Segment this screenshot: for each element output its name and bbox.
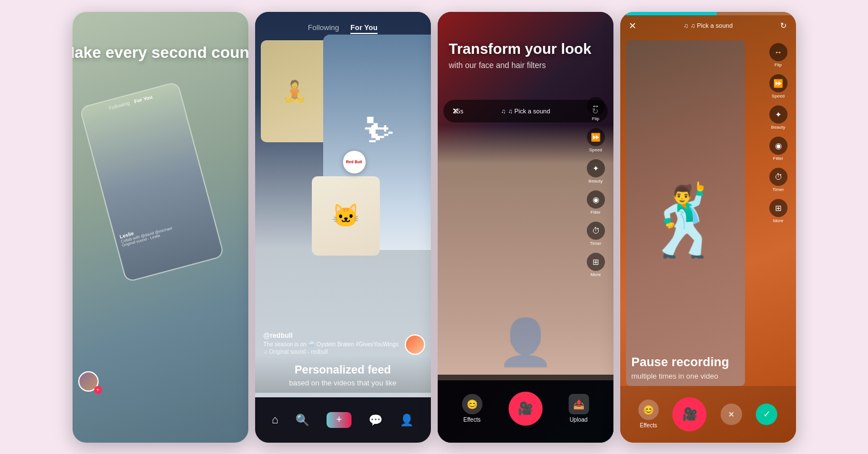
screen-4: ✕ ♫ ♫ Pick a sound ↻ ↔ Flip ⏩ Speed ✦ Be… [620, 12, 796, 443]
screen4-beauty-label: Beauty [771, 125, 785, 130]
screen4-control-more[interactable]: ⊞ More [769, 199, 787, 223]
screen3-bottom-bar: 😊 Effects 🎥 📤 Upload [438, 375, 613, 443]
screen4-refresh-icon[interactable]: ↻ [780, 21, 787, 30]
screen4-top-ui: ✕ ♫ ♫ Pick a sound ↻ [629, 20, 787, 31]
filter-label: Filter [591, 210, 601, 215]
screen3-subtitle: with our face and hair filters [449, 61, 602, 70]
inner-phone-mockup: Following For You Leslie Collab with @da… [79, 81, 225, 283]
beauty-icon: ✦ [587, 159, 605, 177]
screen4-control-timer[interactable]: ⏱ Timer [769, 168, 787, 192]
screen2-caption: The season is on 🌨️ Oystein Braten #Give… [264, 341, 400, 347]
nav-profile[interactable]: 👤 [400, 413, 414, 427]
app-showcase: Make every second count. Following For Y… [61, 1, 807, 454]
screen-1: Make every second count. Following For Y… [73, 12, 248, 443]
screen4-speed-label: Speed [772, 94, 785, 99]
progress-bar-bg [620, 12, 796, 15]
screen4-control-speed[interactable]: ⏩ Speed [769, 74, 787, 99]
screen4-bottom-text: Pause recording multiple times in one vi… [632, 355, 785, 380]
camera-icon: 🎥 [518, 401, 533, 416]
control-speed[interactable]: ⏩ Speed [587, 128, 605, 152]
yoga-image: 🧘 [261, 40, 329, 142]
control-more[interactable]: ⊞ More [587, 253, 605, 277]
nav-foryou[interactable]: For You [350, 23, 378, 34]
screen4-control-flip[interactable]: ↔ Flip [769, 43, 787, 67]
skier-figure: ⛷ [363, 111, 397, 150]
cat-image: 🐱 [312, 176, 380, 256]
screen4-filter-icon: ◉ [769, 137, 787, 155]
nav-inbox[interactable]: 💬 [369, 413, 383, 427]
screen3-top-text: Transform your look with our face and ha… [449, 40, 602, 70]
screen4-record-button[interactable]: 🎥 [672, 397, 706, 431]
screen4-sound-text: ♫ Pick a sound [691, 22, 732, 29]
screen2-bottom-nav: ⌂ 🔍 + 💬 👤 [255, 397, 431, 443]
nav-following[interactable]: Following [308, 23, 339, 34]
screen4-camera-icon: 🎥 [682, 407, 697, 422]
screen4-person-area: 🕺 [626, 40, 745, 386]
control-flip[interactable]: ↔ Flip [587, 97, 605, 121]
cat-emoji: 🐱 [332, 202, 360, 229]
progress-bar-fill [620, 12, 717, 15]
record-button[interactable]: 🎥 [509, 392, 543, 426]
music-icon: ♫ [501, 108, 506, 114]
yoga-figure-icon: 🧘 [282, 79, 307, 103]
screen4-more-label: More [773, 218, 783, 223]
screen3-controls: ↔ Flip ⏩ Speed ✦ Beauty ◉ Filter ⏱ Timer… [587, 97, 605, 277]
speed-label: Speed [589, 147, 602, 152]
person-figure: 🕺 [643, 181, 728, 261]
more-icon: ⊞ [587, 253, 605, 271]
screen4-controls: ↔ Flip ⏩ Speed ✦ Beauty ◉ Filter ⏱ Timer… [769, 43, 787, 223]
redbull-text: Red Bull [346, 160, 362, 164]
upload-button[interactable]: 📤 Upload [569, 394, 589, 423]
yoga-bg: 🧘 [261, 40, 329, 142]
control-beauty[interactable]: ✦ Beauty [587, 159, 605, 184]
screen1-follow-badge[interactable]: + [94, 386, 102, 394]
screen4-close-icon[interactable]: ✕ [629, 20, 636, 31]
screen4-more-icon: ⊞ [769, 199, 787, 217]
screen2-avatar [405, 334, 425, 355]
screen3-timer-display: 15s [454, 108, 464, 114]
screen2-sub-title: based on the videos that you like [266, 379, 420, 387]
screen2-username: @redbull [264, 332, 400, 340]
screen4-effects-icon: 😊 [638, 400, 659, 420]
screen-1-content: Make every second count. Following For Y… [73, 12, 248, 443]
home-icon: ⌂ [272, 413, 278, 426]
beauty-label: Beauty [588, 179, 603, 184]
flip-icon: ↔ [587, 97, 605, 115]
create-button[interactable]: + [327, 412, 352, 428]
screen4-x-icon: ✕ [728, 410, 735, 419]
screen4-effects-button[interactable]: 😊 Effects [638, 400, 659, 428]
screen4-flip-label: Flip [774, 62, 782, 67]
screen4-control-beauty[interactable]: ✦ Beauty [769, 105, 787, 130]
camera-top-bar: ✕ 15s ♫ ♫ Pick a sound ↻ [443, 100, 608, 122]
screen4-sub-title: multiple times in one video [632, 372, 785, 380]
screen3-title: Transform your look [449, 40, 602, 58]
effects-icon: 😊 [462, 394, 482, 414]
flip-label: Flip [592, 116, 599, 121]
sound-label-text: ♫ Pick a sound [508, 108, 550, 114]
screen4-speed-icon: ⏩ [769, 74, 787, 92]
screen4-cancel-button[interactable]: ✕ [721, 404, 742, 425]
nav-home[interactable]: ⌂ [272, 413, 278, 426]
screen-1-title: Make every second count. [73, 43, 248, 62]
timer-icon: ⏱ [587, 222, 605, 240]
upload-label: Upload [570, 417, 588, 423]
control-timer[interactable]: ⏱ Timer [587, 222, 605, 246]
screen4-sound-label[interactable]: ♫ ♫ Pick a sound [684, 22, 733, 29]
screen2-nav: Following For You [255, 23, 431, 34]
nav-search[interactable]: 🔍 [295, 413, 310, 427]
filter-icon: ◉ [587, 190, 605, 209]
screen4-check-icon: ✓ [763, 409, 770, 419]
effects-button[interactable]: 😊 Effects [462, 394, 482, 423]
timer-label: Timer [590, 241, 601, 246]
screen4-confirm-button[interactable]: ✓ [756, 404, 777, 425]
inbox-icon: 💬 [369, 413, 383, 427]
screen4-timer-icon: ⏱ [769, 168, 787, 186]
speed-icon: ⏩ [587, 128, 605, 146]
control-filter[interactable]: ◉ Filter [587, 190, 605, 215]
screen3-sound-label[interactable]: ♫ ♫ Pick a sound [501, 108, 551, 114]
screen4-filter-label: Filter [773, 156, 784, 161]
profile-icon: 👤 [400, 413, 414, 427]
screen4-beauty-icon: ✦ [769, 105, 787, 124]
screen4-control-filter[interactable]: ◉ Filter [769, 137, 787, 161]
screen2-sound: ♫ Original sound - redbull [264, 349, 400, 355]
